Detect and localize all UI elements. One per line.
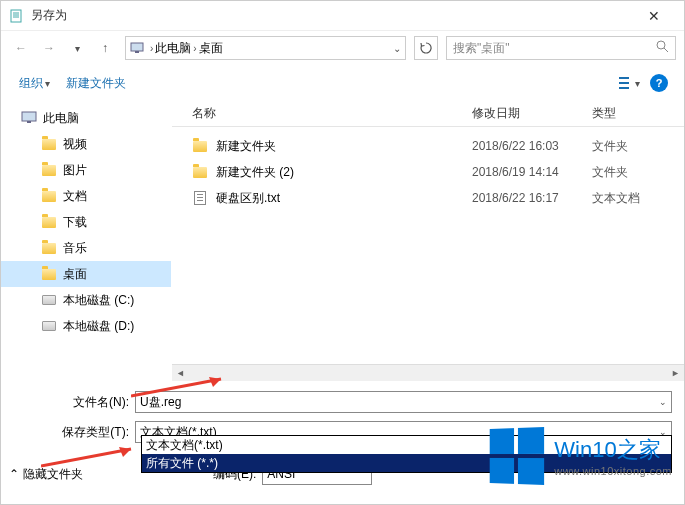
file-name: 新建文件夹	[216, 138, 472, 155]
column-date[interactable]: 修改日期	[472, 105, 592, 122]
sidebar-item-disk-d[interactable]: 本地磁盘 (D:)	[1, 313, 171, 339]
scroll-right-icon[interactable]: ►	[667, 365, 684, 382]
svg-point-6	[657, 41, 665, 49]
sidebar-item-documents[interactable]: 文档	[1, 183, 171, 209]
file-date: 2018/6/22 16:03	[472, 139, 592, 153]
folder-icon	[192, 164, 208, 180]
folder-icon	[41, 162, 57, 178]
hide-folders-toggle[interactable]: ⌃ 隐藏文件夹	[9, 466, 83, 483]
column-type[interactable]: 类型	[592, 105, 684, 122]
folder-icon	[41, 266, 57, 282]
address-bar[interactable]: › 此电脑 › 桌面 ⌄	[125, 36, 406, 60]
sidebar-item-music[interactable]: 音乐	[1, 235, 171, 261]
svg-line-7	[664, 48, 668, 52]
svg-rect-12	[27, 121, 31, 123]
sidebar-item-downloads[interactable]: 下载	[1, 209, 171, 235]
scroll-left-icon[interactable]: ◄	[172, 365, 189, 382]
horizontal-scrollbar[interactable]: ◄ ►	[172, 364, 684, 381]
back-button[interactable]: ←	[9, 36, 33, 60]
column-name[interactable]: 名称	[192, 105, 472, 122]
sidebar-label: 此电脑	[43, 110, 79, 127]
address-dropdown[interactable]: ⌄	[393, 43, 401, 54]
file-list[interactable]: 新建文件夹 2018/6/22 16:03 文件夹 新建文件夹 (2) 2018…	[172, 127, 684, 364]
watermark: Win10之家 www.win10xitong.com	[488, 428, 672, 484]
chevron-icon: ⌃	[9, 467, 19, 481]
file-name: 新建文件夹 (2)	[216, 164, 472, 181]
chevron-down-icon: ▾	[635, 78, 640, 89]
pc-icon	[130, 41, 144, 55]
breadcrumb-pc[interactable]: 此电脑	[155, 40, 191, 57]
refresh-button[interactable]	[414, 36, 438, 60]
sidebar-item-videos[interactable]: 视频	[1, 131, 171, 157]
window-title: 另存为	[31, 7, 631, 24]
forward-button: →	[37, 36, 61, 60]
notepad-icon	[9, 8, 25, 24]
pc-icon	[21, 110, 37, 126]
sidebar-label: 文档	[63, 188, 87, 205]
svg-rect-8	[619, 77, 629, 79]
svg-rect-0	[11, 10, 21, 22]
windows-logo-icon	[490, 427, 544, 485]
chevron-down-icon: ▾	[45, 78, 50, 89]
sidebar-item-thispc[interactable]: 此电脑	[1, 105, 171, 131]
search-placeholder: 搜索"桌面"	[453, 40, 510, 57]
view-options-button[interactable]: ▾	[616, 70, 642, 96]
sidebar-label: 本地磁盘 (D:)	[63, 318, 134, 335]
svg-rect-9	[619, 82, 629, 84]
up-button[interactable]: ↑	[93, 36, 117, 60]
history-dropdown[interactable]: ▾	[65, 36, 89, 60]
svg-rect-4	[131, 43, 143, 51]
folder-icon	[41, 240, 57, 256]
sidebar-item-pictures[interactable]: 图片	[1, 157, 171, 183]
help-button[interactable]: ?	[646, 70, 672, 96]
close-button[interactable]: ✕	[631, 1, 676, 31]
file-type: 文本文档	[592, 190, 640, 207]
sidebar-item-desktop[interactable]: 桌面	[1, 261, 171, 287]
filetype-label: 保存类型(T):	[13, 424, 135, 441]
search-input[interactable]: 搜索"桌面"	[446, 36, 676, 60]
folder-icon	[192, 138, 208, 154]
file-row[interactable]: 新建文件夹 2018/6/22 16:03 文件夹	[172, 133, 684, 159]
filename-label: 文件名(N):	[13, 394, 135, 411]
file-row[interactable]: 新建文件夹 (2) 2018/6/19 14:14 文件夹	[172, 159, 684, 185]
sidebar-item-disk-c[interactable]: 本地磁盘 (C:)	[1, 287, 171, 313]
folder-tree[interactable]: 此电脑 视频 图片 文档 下载 音乐 桌面 本地磁盘 (C:)	[1, 101, 171, 381]
help-icon: ?	[650, 74, 668, 92]
folder-icon	[41, 214, 57, 230]
search-icon	[656, 40, 669, 56]
organize-menu[interactable]: 组织 ▾	[13, 71, 56, 96]
folder-icon	[41, 136, 57, 152]
file-row[interactable]: 硬盘区别.txt 2018/6/22 16:17 文本文档	[172, 185, 684, 211]
svg-rect-5	[135, 51, 139, 53]
text-file-icon	[192, 190, 208, 206]
sidebar-label: 本地磁盘 (C:)	[63, 292, 134, 309]
disk-icon	[41, 318, 57, 334]
sidebar-label: 桌面	[63, 266, 87, 283]
sidebar-label: 下载	[63, 214, 87, 231]
file-type: 文件夹	[592, 164, 628, 181]
column-headers[interactable]: 名称 修改日期 类型	[172, 101, 684, 127]
sidebar-label: 图片	[63, 162, 87, 179]
svg-rect-11	[22, 112, 36, 121]
sidebar-label: 视频	[63, 136, 87, 153]
folder-icon	[41, 188, 57, 204]
chevron-down-icon[interactable]: ⌄	[659, 397, 667, 407]
breadcrumb-desktop[interactable]: 桌面	[199, 40, 223, 57]
file-type: 文件夹	[592, 138, 628, 155]
file-name: 硬盘区别.txt	[216, 190, 472, 207]
filename-input[interactable]: U盘.reg ⌄	[135, 391, 672, 413]
sidebar-label: 音乐	[63, 240, 87, 257]
svg-rect-10	[619, 87, 629, 89]
file-date: 2018/6/19 14:14	[472, 165, 592, 179]
disk-icon	[41, 292, 57, 308]
new-folder-button[interactable]: 新建文件夹	[60, 71, 132, 96]
file-date: 2018/6/22 16:17	[472, 191, 592, 205]
